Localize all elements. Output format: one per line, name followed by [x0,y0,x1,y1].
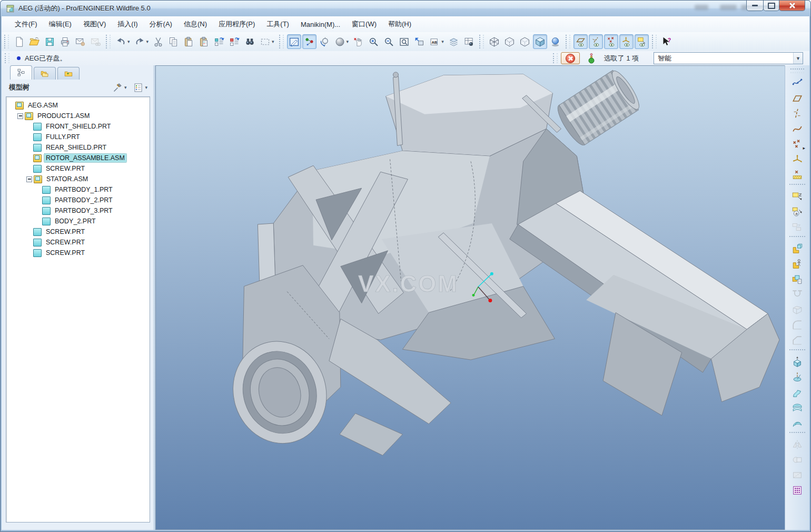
tree-item-label[interactable]: BODY_2.PRT [53,217,97,225]
auto-regenerate-button[interactable] [228,34,242,49]
dropdown-arrow-icon[interactable]: ▾ [272,39,274,44]
tree-row[interactable]: SCREW.PRT [6,248,150,258]
layers-button[interactable] [447,34,461,49]
tree-item-label[interactable]: SCREW.PRT [44,249,86,257]
tree-item-label[interactable]: PRODUCT1.ASM [36,112,91,120]
toggle-annotations-button[interactable] [635,34,649,49]
new-file-button[interactable] [12,34,26,49]
menu-item-5[interactable]: 分析(A) [144,17,178,32]
context-help-button[interactable] [660,34,674,49]
tree-row[interactable]: SCREW.PRT [6,237,150,248]
refit-button[interactable] [412,34,427,49]
tree-item-label[interactable]: AEG.ASM [26,101,60,110]
paste-button[interactable] [182,34,196,49]
annotation-element-button[interactable] [789,204,806,219]
tree-row[interactable]: REAR_SHIELD.PRT [6,142,150,153]
tree-row[interactable]: ROTOR_ASSAMBLE.ASM [6,153,150,163]
regenerate-button[interactable] [212,34,226,49]
assemble-component-button[interactable] [789,241,806,256]
view-manager-button[interactable] [462,34,476,49]
tree-item-label[interactable]: FULLY.PRT [44,133,82,141]
tree-item-label[interactable]: FRONT_SHIELD.PRT [44,122,112,131]
tree-row[interactable]: AEG.ASM [6,100,150,111]
menu-item-10[interactable]: 窗口(W) [346,17,382,32]
spin-center-button[interactable] [302,34,317,49]
zoom-out-button[interactable] [382,34,396,49]
coordinate-system-button[interactable] [789,152,806,167]
3d-viewport-canvas[interactable]: VX.COM [156,66,785,529]
saved-views-button[interactable]: ▾ [428,34,446,49]
maximize-button[interactable] [763,1,779,11]
menu-item-7[interactable]: 应用程序(P) [213,17,261,32]
component-operations-button[interactable] [789,271,806,287]
tree-item-label[interactable]: PARTBODY_3.PRT [53,206,114,215]
print-button[interactable] [58,34,72,49]
repaint-button[interactable] [287,34,301,49]
dropdown-arrow-icon[interactable]: ▾ [347,39,349,44]
tree-row[interactable]: STATOR.ASM [6,174,150,184]
enhanced-realism-button[interactable] [548,34,562,49]
toggle-datum-points-button[interactable] [604,34,618,49]
display-hidden-line-button[interactable] [502,34,517,49]
sweep-tool-button[interactable] [789,385,806,400]
tree-row[interactable]: PARTBODY_1.PRT [6,184,150,195]
copy-button[interactable] [166,34,181,49]
redo-button[interactable]: ▾ [133,34,151,49]
orient-mode-button[interactable] [318,34,332,49]
menu-item-6[interactable]: 信息(N) [178,17,213,32]
find-button[interactable] [243,34,257,49]
menu-item-4[interactable]: 插入(I) [112,17,143,32]
menu-item-3[interactable]: 视图(V) [77,17,112,32]
model-regeneration-status-icon[interactable] [587,53,596,64]
tree-tools-button[interactable]: ▾ [111,81,128,94]
close-button[interactable] [779,1,805,11]
tree-row[interactable]: SCREW.PRT [6,226,150,237]
drag-components-button[interactable] [351,34,365,49]
stop-button[interactable] [561,52,580,64]
minimize-button[interactable] [746,1,764,11]
annotation-feature-button[interactable] [789,189,806,204]
tree-row[interactable]: PRODUCT1.ASM [6,111,150,121]
tree-settings-button[interactable]: ▾ [131,81,149,94]
tree-expand-toggle[interactable] [26,176,32,182]
dropdown-arrow-icon[interactable]: ▾ [441,39,444,44]
create-component-button[interactable] [789,256,806,271]
save-button[interactable] [43,34,57,49]
tree-row[interactable]: PARTBODY_3.PRT [6,205,150,216]
tree-item-label[interactable]: SCREW.PRT [44,228,86,236]
dropdown-arrow-icon[interactable]: ▾ [127,39,130,44]
menu-item-1[interactable]: 文件(F) [9,17,43,32]
appearance-gallery-button[interactable]: ▾ [333,34,351,49]
email-object-button[interactable] [73,34,87,49]
tree-row[interactable]: SCREW.PRT [6,163,150,174]
toggle-datum-axes-button[interactable] [589,34,603,49]
tree-row[interactable]: FULLY.PRT [6,132,150,142]
tree-item-label[interactable]: STATOR.ASM [45,175,90,183]
sketch-tool-button[interactable] [789,75,806,91]
display-shaded-button[interactable] [533,34,547,49]
menu-item-11[interactable]: 帮助(H) [382,17,417,32]
flyout-arrow-icon[interactable]: ▸ [803,145,805,151]
toggle-coordinate-systems-button[interactable] [619,34,634,49]
revolve-tool-button[interactable] [789,369,806,385]
datum-axis-button[interactable] [789,106,806,121]
tab-favorites[interactable] [57,67,80,80]
menu-item-9[interactable]: Manikin(M)... [295,18,346,31]
chevron-down-icon[interactable]: ▼ [793,53,803,64]
titlebar[interactable]: AEG (活动的) - Pro/ENGINEER Wildfire 5.0 [1,1,810,16]
blend-tool-button[interactable] [789,400,806,415]
tree-row[interactable]: BODY_2.PRT [6,216,150,226]
tree-item-label[interactable]: SCREW.PRT [44,238,86,247]
select-working-region-button[interactable]: ▾ [258,34,276,49]
dropdown-arrow-icon[interactable]: ▾ [146,39,149,44]
tree-row[interactable]: PARTBODY_2.PRT [6,195,150,205]
paste-special-button[interactable] [197,34,211,49]
display-wireframe-button[interactable] [487,34,501,49]
tree-expand-toggle[interactable] [17,113,23,119]
tree-item-label[interactable]: REAR_SHIELD.PRT [44,143,108,152]
tab-model-tree[interactable] [10,65,32,80]
tree-row[interactable]: FRONT_SHIELD.PRT [6,121,150,132]
toggle-datum-planes-button[interactable] [573,34,588,49]
tree-item-label[interactable]: PARTBODY_2.PRT [53,196,114,204]
tab-folder-browser[interactable] [34,67,56,80]
